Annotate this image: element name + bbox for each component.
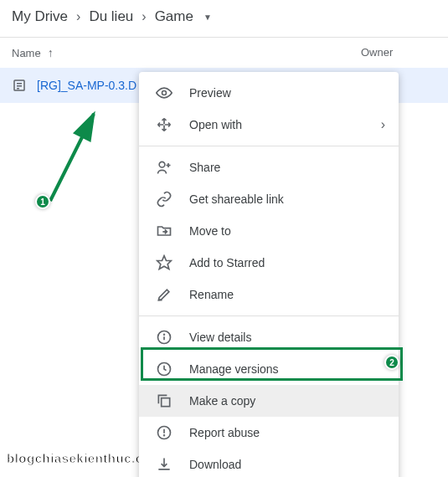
menu-report-abuse[interactable]: Report abuse [139, 417, 399, 449]
menu-label: Open with [189, 118, 242, 131]
column-owner-label[interactable]: Owner [361, 46, 436, 59]
column-name-label[interactable]: Name [12, 47, 41, 59]
svg-point-12 [164, 334, 165, 335]
menu-label: View details [189, 331, 251, 344]
link-icon [156, 191, 173, 208]
crumb-game[interactable]: Game [155, 8, 193, 25]
annotation-arrow [44, 107, 111, 208]
history-icon [156, 361, 173, 377]
menu-label: Rename [189, 288, 234, 301]
menu-label: Move to [189, 224, 231, 238]
menu-open-with[interactable]: Open with › [139, 109, 399, 141]
pencil-icon [156, 286, 173, 303]
chevron-right-icon: › [142, 9, 146, 24]
menu-get-link[interactable]: Get shareable link [139, 183, 399, 215]
menu-rename[interactable]: Rename [139, 279, 399, 310]
menu-separator [139, 315, 399, 316]
crumb-mydrive[interactable]: My Drive [12, 8, 68, 25]
crumb-dulieu[interactable]: Du lieu [89, 8, 133, 25]
menu-label: Report abuse [189, 426, 260, 439]
menu-label: Add to Starred [189, 256, 265, 269]
menu-download[interactable]: Download [139, 449, 399, 477]
caret-down-icon[interactable]: ▼ [203, 13, 212, 22]
annotation-badge-1: 1 [35, 194, 50, 209]
download-icon [156, 456, 173, 473]
menu-label: Get shareable link [189, 192, 284, 206]
svg-point-5 [159, 162, 165, 167]
menu-view-details[interactable]: View details [139, 321, 399, 353]
person-add-icon [156, 159, 173, 176]
menu-label: Download [189, 458, 241, 471]
star-icon [156, 254, 173, 271]
menu-add-starred[interactable]: Add to Starred [139, 247, 399, 279]
chevron-right-icon: › [76, 9, 80, 24]
menu-label: Manage versions [189, 362, 279, 376]
file-name: [RG]_SA-MP-0.3.D [37, 79, 136, 92]
chevron-right-icon: › [381, 117, 385, 132]
move-icon [156, 116, 173, 133]
file-type-icon [12, 78, 27, 93]
breadcrumb: My Drive › Du lieu › Game ▼ [0, 0, 448, 33]
warning-icon [156, 424, 173, 441]
svg-point-16 [164, 435, 165, 436]
context-menu: Preview Open with › Share Get shareable … [139, 72, 399, 477]
copy-icon [156, 392, 173, 409]
sort-arrow-up-icon[interactable]: ↑ [48, 46, 54, 59]
menu-manage-versions[interactable]: Manage versions [139, 353, 399, 385]
info-icon [156, 329, 173, 346]
svg-point-4 [162, 91, 167, 95]
menu-move-to[interactable]: Move to [139, 215, 399, 247]
annotation-badge-2: 2 [384, 355, 399, 370]
svg-marker-8 [157, 256, 172, 269]
svg-line-17 [50, 114, 94, 201]
menu-label: Share [189, 161, 220, 174]
menu-label: Preview [189, 86, 231, 100]
menu-preview[interactable]: Preview [139, 77, 399, 109]
svg-rect-13 [162, 398, 170, 407]
menu-label: Make a copy [189, 394, 255, 408]
menu-make-copy[interactable]: Make a copy [139, 385, 399, 417]
folder-move-icon [156, 223, 173, 239]
menu-share[interactable]: Share [139, 151, 399, 183]
menu-separator [139, 146, 399, 146]
column-headers: Name ↑ Owner [0, 38, 448, 68]
eye-icon [156, 85, 173, 101]
